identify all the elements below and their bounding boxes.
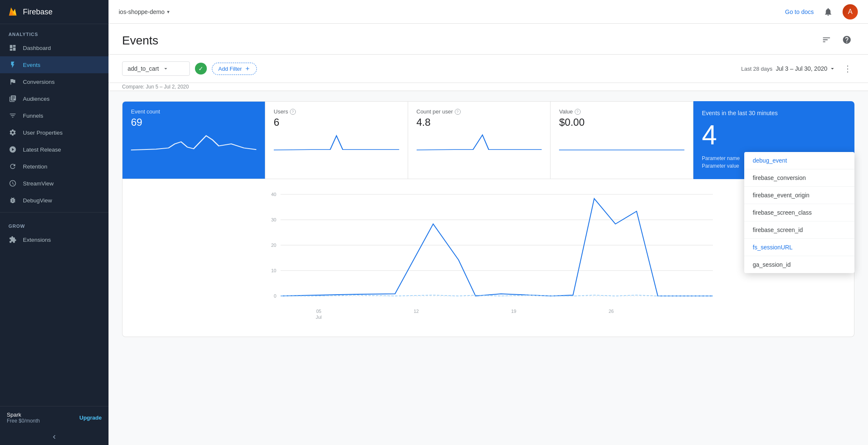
page-header: Events [108,24,868,55]
metric-card-users[interactable]: Users ? 6 [265,102,408,179]
sidebar-item-label-funnels: Funnels [23,113,43,119]
sidebar-item-label-streamview: StreamView [23,180,54,187]
notifications-button[interactable] [821,4,836,19]
event-name: add_to_cart [128,65,159,72]
go-to-docs-link[interactable]: Go to docs [785,8,814,15]
date-range-area: Last 28 days Jul 3 – Jul 30, 2020 [741,65,836,72]
content-area: Events add_to_cart ✓ Add Filter [108,24,868,445]
sidebar-footer: Spark Free $0/month Upgrade [0,406,108,429]
dropdown-item-firebase-event-origin[interactable]: firebase_event_origin [744,187,854,204]
sidebar-item-debugview[interactable]: DebugView [0,192,108,209]
svg-text:0: 0 [274,293,276,299]
event-count-sparkline [131,132,256,152]
value-sparkline [559,132,684,152]
sidebar-item-events[interactable]: Events [0,56,108,73]
sidebar-collapse-button[interactable] [0,429,108,445]
value-value: $0.00 [559,116,684,128]
extensions-icon [8,235,17,244]
svg-text:05: 05 [316,309,321,314]
help-icon [842,35,851,44]
add-filter-button[interactable]: Add Filter [212,63,257,75]
metrics-cards: Event count 69 Users ? 6 [122,101,693,179]
dropdown-item-ga-session-id[interactable]: ga_session_id [744,256,854,273]
sidebar-item-label-latest-release: Latest Release [23,146,61,153]
users-label: Users ? [274,108,399,115]
plan-info: Spark Free $0/month [7,412,40,424]
customize-button[interactable] [819,32,834,47]
user-avatar[interactable]: A [843,4,858,19]
filter-bar: add_to_cart ✓ Add Filter Last 28 days Ju… [108,55,868,83]
sidebar-item-latest-release[interactable]: Latest Release [0,141,108,158]
analytics-section-label: Analytics [0,24,108,39]
count-per-user-value: 4.8 [417,116,542,128]
more-options-button[interactable]: ⋮ [841,62,854,75]
main-content: ios-shoppe-demo ▾ Go to docs A Events [108,0,868,445]
count-per-user-info-icon[interactable]: ? [455,109,461,115]
users-value: 6 [274,116,399,128]
project-dropdown-chevron-icon: ▾ [167,9,170,15]
dashboard-icon [8,44,17,52]
debugview-icon [8,196,17,205]
audiences-icon [8,94,17,103]
main-chart-svg: 40 30 20 10 0 05 Jul 12 19 26 [133,186,844,330]
dropdown-item-firebase-screen-class[interactable]: firebase_screen_class [744,204,854,221]
svg-text:30: 30 [271,217,276,222]
date-range-value: Jul 3 – Jul 30, 2020 [776,65,827,72]
sidebar-item-audiences[interactable]: Audiences [0,90,108,107]
event-count-value: 69 [131,116,256,128]
sidebar: Firebase Analytics Dashboard Events Conv… [0,0,108,445]
sidebar-item-streamview[interactable]: StreamView [0,175,108,192]
sidebar-item-extensions[interactable]: Extensions [0,231,108,248]
metric-card-count-per-user[interactable]: Count per user ? 4.8 [408,102,551,179]
page-header-actions [819,32,854,54]
project-name: ios-shoppe-demo [119,8,164,15]
metrics-section: Event count 69 Users ? 6 [108,91,868,179]
count-per-user-label: Count per user ? [417,108,542,115]
date-range-picker[interactable]: Jul 3 – Jul 30, 2020 [776,65,836,72]
streamview-icon [8,179,17,188]
latest-release-icon [8,145,17,154]
help-button[interactable] [839,32,854,47]
user-properties-icon [8,128,17,137]
users-info-icon[interactable]: ? [290,109,296,115]
project-selector[interactable]: ios-shoppe-demo ▾ [119,8,170,15]
dropdown-item-debug-event[interactable]: debug_event [744,152,854,169]
page-title: Events [122,34,159,54]
sidebar-item-retention[interactable]: Retention [0,158,108,175]
param-name-label: Parameter name [702,155,740,161]
sidebar-header: Firebase [0,0,108,24]
sidebar-item-label-debugview: DebugView [23,197,52,204]
conversions-icon [8,77,17,86]
metric-card-value[interactable]: Value ? $0.00 [551,102,693,179]
sidebar-item-label-extensions: Extensions [23,237,51,243]
sidebar-item-dashboard[interactable]: Dashboard [0,39,108,56]
dropdown-item-firebase-screen-id[interactable]: firebase_screen_id [744,221,854,239]
sidebar-divider [0,212,108,213]
sidebar-item-label-events: Events [23,62,40,68]
sidebar-item-user-properties[interactable]: User Properties [0,124,108,141]
param-value-label: Parameter value [702,163,739,169]
dropdown-item-fs-sessionurl[interactable]: fs_sessionURL [744,239,854,256]
sidebar-item-label-user-properties: User Properties [23,130,63,136]
upgrade-button[interactable]: Upgrade [79,415,102,421]
date-label: Last 28 days [741,66,773,72]
svg-text:20: 20 [271,243,276,248]
svg-text:40: 40 [271,192,276,197]
topbar-actions: Go to docs A [785,4,858,19]
sidebar-item-funnels[interactable]: Funnels [0,107,108,124]
events-panel: Events in the last 30 minutes 4 Paramete… [693,101,854,179]
add-icon [245,66,250,72]
plan-price: Free $0/month [7,418,40,424]
metric-card-event-count[interactable]: Event count 69 [122,102,265,179]
value-info-icon[interactable]: ? [575,109,581,115]
sidebar-item-label-conversions: Conversions [23,79,55,85]
dropdown-item-firebase-conversion[interactable]: firebase_conversion [744,169,854,187]
funnels-icon [8,111,17,120]
firebase-logo-icon [7,6,19,18]
date-dropdown-icon [829,65,836,72]
event-selector[interactable]: add_to_cart [122,61,190,76]
dropdown-chevron-icon [162,65,169,72]
sidebar-item-conversions[interactable]: Conversions [0,73,108,90]
value-label: Value ? [559,108,684,115]
svg-text:26: 26 [609,309,614,314]
